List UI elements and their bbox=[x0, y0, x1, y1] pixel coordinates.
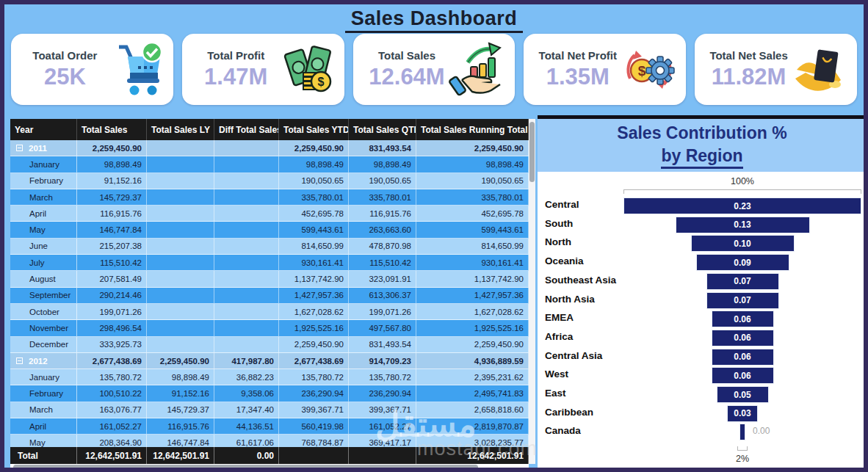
table-row[interactable]: May208,364.90146,747.8461,617.06768,784.… bbox=[10, 435, 529, 447]
total-cell: 12,642,501.91 bbox=[77, 447, 147, 464]
funnel-bar[interactable]: 0.06 bbox=[712, 330, 774, 346]
table-row[interactable]: June215,207.38814,650.99478,870.98814,65… bbox=[10, 239, 529, 255]
table-cell: 4,936,889.59 bbox=[416, 353, 529, 368]
funnel-bar[interactable]: 0.09 bbox=[696, 254, 789, 271]
table-cell: 1,427,957.36 bbox=[279, 288, 349, 303]
table-row[interactable]: March163,076.77145,729.3717,347.40399,36… bbox=[10, 402, 529, 418]
funnel-category-label: Africa bbox=[545, 331, 573, 342]
table-row[interactable]: January98,898.4998,898.4998,898.4998,898… bbox=[10, 156, 529, 173]
funnel-bar-value: 0.05 bbox=[734, 390, 751, 400]
month-label: October bbox=[10, 304, 77, 319]
funnel-bar[interactable]: 0.03 bbox=[727, 405, 758, 422]
sales-dashboard: Sales Dashboard Toatal Order 25K bbox=[0, 0, 868, 472]
horizontal-scrollbar[interactable] bbox=[10, 464, 529, 471]
table-cell bbox=[147, 337, 214, 352]
table-cell: 2,395,231.62 bbox=[416, 369, 529, 385]
table-cell bbox=[214, 156, 279, 172]
table-cell: 914,709.23 bbox=[349, 353, 416, 368]
table-row[interactable]: September290,214.461,427,957.36613,306.3… bbox=[10, 288, 529, 304]
table-cell: 146,747.84 bbox=[77, 222, 147, 237]
kpi-card-total-sales[interactable]: Total Sales 12.64M bbox=[353, 34, 516, 105]
table-row[interactable]: March145,729.37335,780.01335,780.01335,7… bbox=[10, 189, 529, 206]
funnel-row: Central Asia0.06 bbox=[538, 348, 867, 367]
funnel-bar[interactable]: 0.23 bbox=[623, 197, 861, 214]
funnel-bar[interactable]: 0.07 bbox=[706, 273, 779, 290]
table-cell: 163,076.77 bbox=[77, 402, 147, 418]
table-row[interactable]: December333,925.732,259,450.90831,493.54… bbox=[10, 337, 529, 353]
table-cell: 161,052.27 bbox=[349, 418, 416, 434]
funnel-category-label: Southeast Asia bbox=[545, 275, 616, 286]
table-cell: 333,925.73 bbox=[77, 337, 147, 352]
vertical-scrollbar-thumb[interactable] bbox=[529, 122, 535, 182]
table-year-row[interactable]: 20122,677,438.692,259,450.90417,987.802,… bbox=[10, 353, 529, 369]
table-cell: 236,290.94 bbox=[349, 385, 416, 401]
table-row[interactable]: February100,510.2291,152.169,358.06236,2… bbox=[10, 385, 529, 402]
funnel-bar[interactable]: 0.10 bbox=[691, 235, 795, 252]
total-cell: 12,642,501.91 bbox=[147, 447, 214, 464]
funnel-bar[interactable]: 0.06 bbox=[712, 311, 774, 327]
table-cell: 263,663.60 bbox=[349, 222, 416, 237]
table-row[interactable]: April116,915.76452,695.78116,915.76452,6… bbox=[10, 206, 529, 222]
funnel-bar-value: 0.13 bbox=[734, 219, 751, 230]
table-row[interactable]: May146,747.84599,443.61263,663.60599,443… bbox=[10, 222, 529, 238]
sales-table: YearTotal SalesTotal Sales LYDiff Total … bbox=[10, 119, 529, 471]
cart-icon bbox=[107, 40, 166, 100]
table-cell: 190,050.65 bbox=[349, 173, 416, 189]
table-row[interactable]: August207,581.491,137,742.90323,091.911,… bbox=[10, 271, 529, 287]
horizontal-scrollbar-thumb[interactable] bbox=[13, 465, 478, 470]
funnel-bar[interactable]: 0.07 bbox=[706, 292, 779, 309]
column-header[interactable]: Total Sales YTD bbox=[279, 119, 349, 140]
funnel-bar[interactable]: 0.06 bbox=[712, 349, 774, 366]
column-header[interactable]: Total Sales bbox=[77, 119, 147, 140]
table-cell: 2,677,438.69 bbox=[279, 353, 349, 368]
table-year-row[interactable]: 20112,259,450.902,259,450.90831,493.542,… bbox=[10, 140, 529, 156]
funnel-bar[interactable]: 0.13 bbox=[676, 217, 810, 233]
funnel-bottom-axis-label: 2% bbox=[720, 454, 764, 464]
table-cell bbox=[147, 304, 214, 319]
column-header[interactable]: Total Sales Running Total bbox=[416, 119, 529, 140]
table-cell: 135,780.72 bbox=[279, 369, 349, 385]
collapse-icon[interactable] bbox=[16, 357, 23, 364]
funnel-bar-value: 0.06 bbox=[734, 333, 751, 343]
kpi-card-total-order[interactable]: Toatal Order 25K bbox=[11, 34, 173, 105]
table-header-row: YearTotal SalesTotal Sales LYDiff Total … bbox=[10, 119, 529, 140]
table-cell: 100,510.22 bbox=[77, 385, 147, 401]
table-cell: 2,259,450.90 bbox=[416, 140, 529, 156]
funnel-bar[interactable]: 0.06 bbox=[712, 367, 774, 384]
table-row[interactable]: November298,496.541,925,525.16497,567.80… bbox=[10, 320, 529, 336]
table-cell: 116,915.76 bbox=[147, 418, 214, 434]
column-header[interactable]: Year bbox=[10, 119, 77, 140]
collapse-icon[interactable] bbox=[16, 145, 23, 151]
funnel-bar-value: 0.06 bbox=[734, 352, 751, 362]
table-cell bbox=[214, 189, 279, 205]
kpi-card-total-profit[interactable]: Total Profit 1.47M $ bbox=[182, 34, 344, 105]
table-cell: 417,987.80 bbox=[214, 353, 279, 368]
column-header[interactable]: Total Sales LY bbox=[147, 119, 214, 140]
table-cell: 190,050.65 bbox=[279, 173, 349, 189]
table-cell: 1,627,028.62 bbox=[416, 304, 529, 319]
table-row[interactable]: October199,071.261,627,028.62199,071.261… bbox=[10, 304, 529, 320]
kpi-card-total-net-profit[interactable]: Total Net Profit 1.35M $ bbox=[524, 34, 686, 105]
table-row[interactable]: February91,152.16190,050.65190,050.65190… bbox=[10, 173, 529, 189]
table-row[interactable]: January135,780.7298,898.4936,882.23135,7… bbox=[10, 369, 529, 385]
table-cell: 199,071.26 bbox=[349, 304, 416, 319]
funnel-bar[interactable]: 0.05 bbox=[717, 386, 769, 403]
table-cell: 2,259,450.90 bbox=[77, 140, 147, 156]
table-row[interactable]: April161,052.27116,915.7644,136.51560,41… bbox=[10, 418, 529, 435]
table-cell: 2,259,450.90 bbox=[279, 140, 349, 156]
funnel-row: North Asia0.07 bbox=[538, 291, 867, 311]
table-cell bbox=[214, 337, 279, 352]
title-wrap: Sales Dashboard bbox=[4, 7, 864, 33]
column-header[interactable]: Diff Total Sales bbox=[214, 119, 279, 140]
hand-bag-icon bbox=[791, 40, 850, 100]
column-header[interactable]: Total Sales QTD bbox=[349, 119, 416, 140]
vertical-scrollbar[interactable] bbox=[529, 119, 535, 464]
table-cell bbox=[147, 140, 214, 156]
table-cell: 2,495,741.83 bbox=[416, 385, 529, 401]
funnel-bar[interactable] bbox=[739, 424, 745, 440]
month-label: February bbox=[10, 385, 77, 401]
kpi-card-total-net-sales[interactable]: Total Net Sales 11.82M bbox=[695, 34, 857, 105]
table-cell: 613,306.37 bbox=[349, 288, 416, 303]
table-row[interactable]: July115,510.42930,161.41115,510.42930,16… bbox=[10, 255, 529, 271]
table-cell bbox=[147, 320, 214, 335]
